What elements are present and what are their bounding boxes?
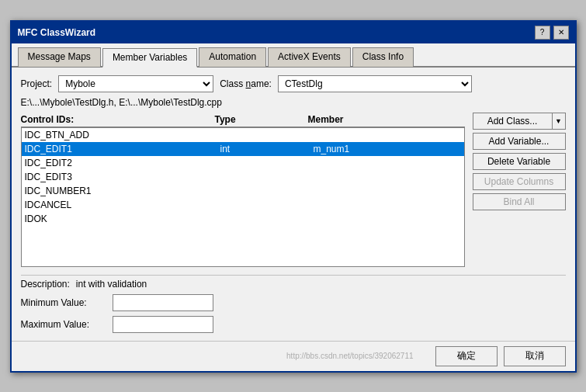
close-button[interactable]: ✕ bbox=[553, 26, 569, 40]
description-value: int with validation bbox=[76, 279, 147, 290]
minimum-value-label: Minimum Value: bbox=[21, 297, 106, 308]
cancel-button[interactable]: 取消 bbox=[504, 346, 566, 366]
buttons-column: Add Class... ▼ Add Variable... Delete Va… bbox=[473, 113, 566, 210]
maximum-value-label: Maximum Value: bbox=[21, 319, 106, 330]
ok-button[interactable]: 确定 bbox=[435, 346, 498, 366]
description-section: Description: int with validation Minimum… bbox=[21, 275, 566, 333]
tab-member-variables[interactable]: Member Variables bbox=[102, 48, 197, 68]
tab-message-maps[interactable]: Message Maps bbox=[18, 47, 101, 67]
classname-label: Class name: bbox=[220, 78, 272, 89]
col-header-type: Type bbox=[215, 114, 308, 125]
bottom-buttons: http://bbs.csdn.net/topics/392062711 确定 … bbox=[12, 341, 575, 371]
title-bar-text: MFC ClassWizard bbox=[18, 27, 96, 38]
bind-all-button[interactable]: Bind All bbox=[473, 193, 566, 210]
tabs-bar: Message Maps Member Variables Automation… bbox=[12, 43, 575, 68]
title-bar: MFC ClassWizard ? ✕ bbox=[12, 22, 575, 43]
add-class-row: Add Class... ▼ bbox=[473, 113, 566, 130]
classname-select[interactable]: CTestDlg bbox=[278, 75, 472, 92]
dialog: MFC ClassWizard ? ✕ Message Maps Member … bbox=[10, 20, 577, 373]
maximum-value-input[interactable] bbox=[113, 316, 213, 333]
tab-automation[interactable]: Automation bbox=[199, 47, 266, 67]
minimum-value-row: Minimum Value: bbox=[21, 294, 566, 311]
title-bar-buttons: ? ✕ bbox=[535, 26, 569, 40]
delete-variable-button[interactable]: Delete Variable bbox=[473, 153, 566, 170]
maximum-value-row: Maximum Value: bbox=[21, 316, 566, 333]
minimum-value-input[interactable] bbox=[113, 294, 213, 311]
col-header-member: Member bbox=[308, 114, 448, 125]
main-area: Control IDs: Type Member IDC_BTN_ADD IDC… bbox=[21, 113, 566, 267]
update-columns-button[interactable]: Update Columns bbox=[473, 173, 566, 190]
file-path: E:\...\Mybole\TestDlg.h, E:\...\Mybole\T… bbox=[21, 97, 222, 108]
table-row[interactable]: IDC_EDIT1 int m_num1 bbox=[22, 142, 464, 156]
content-area: Project: Mybole Class name: CTestDlg E:\… bbox=[12, 68, 575, 341]
add-class-dropdown-button[interactable]: ▼ bbox=[552, 113, 566, 130]
list-area: Control IDs: Type Member IDC_BTN_ADD IDC… bbox=[21, 113, 465, 267]
tab-activex-events[interactable]: ActiveX Events bbox=[268, 47, 351, 67]
project-classname-row: Project: Mybole Class name: CTestDlg bbox=[21, 75, 566, 92]
table-row[interactable]: IDC_BTN_ADD bbox=[22, 128, 464, 142]
add-class-button[interactable]: Add Class... bbox=[473, 113, 552, 130]
table-row[interactable]: IDOK bbox=[22, 212, 464, 226]
help-button[interactable]: ? bbox=[535, 26, 550, 40]
watermark: http://bbs.csdn.net/topics/392062711 bbox=[286, 352, 413, 360]
project-label: Project: bbox=[21, 78, 53, 89]
table-row[interactable]: IDC_EDIT3 bbox=[22, 170, 464, 184]
file-path-row: E:\...\Mybole\TestDlg.h, E:\...\Mybole\T… bbox=[21, 97, 566, 108]
description-row: Description: int with validation bbox=[21, 279, 566, 290]
columns-header: Control IDs: Type Member bbox=[21, 113, 465, 127]
description-label: Description: bbox=[21, 279, 70, 290]
tab-class-info[interactable]: Class Info bbox=[352, 47, 414, 67]
project-select[interactable]: Mybole bbox=[58, 75, 213, 92]
col-header-control: Control IDs: bbox=[21, 114, 215, 125]
control-ids-list[interactable]: IDC_BTN_ADD IDC_EDIT1 int m_num1 IDC_EDI… bbox=[21, 127, 465, 267]
add-variable-button[interactable]: Add Variable... bbox=[473, 133, 566, 150]
table-row[interactable]: IDCANCEL bbox=[22, 198, 464, 212]
table-row[interactable]: IDC_EDIT2 bbox=[22, 156, 464, 170]
table-row[interactable]: IDC_NUMBER1 bbox=[22, 184, 464, 198]
